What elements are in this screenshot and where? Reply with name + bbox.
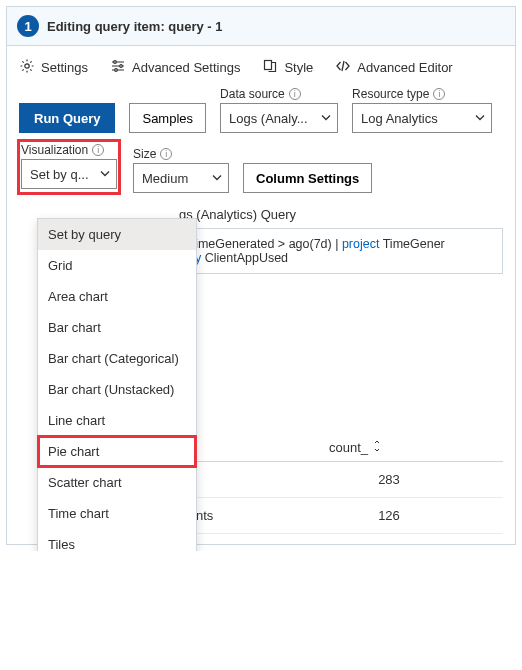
sort-icon xyxy=(372,440,382,455)
visualization-option[interactable]: Pie chart xyxy=(38,436,196,467)
svg-point-3 xyxy=(115,69,118,72)
size-label: Size i xyxy=(133,147,229,161)
svg-point-1 xyxy=(114,61,117,64)
column-header-1[interactable] xyxy=(179,440,329,455)
data-source-select[interactable]: Logs (Analy... xyxy=(220,103,338,133)
step-badge: 1 xyxy=(17,15,39,37)
panel-title: Editing query item: query - 1 xyxy=(47,19,223,34)
table-row: 283 xyxy=(179,462,503,498)
code-icon xyxy=(335,58,351,77)
tab-label: Advanced Editor xyxy=(357,60,452,75)
visualization-option[interactable]: Scatter chart xyxy=(38,467,196,498)
editor-tabs: Settings Advanced Settings Style Advance… xyxy=(19,56,503,87)
resource-type-label: Resource type i xyxy=(352,87,492,101)
visualization-option[interactable]: Area chart xyxy=(38,281,196,312)
visualization-option[interactable]: Bar chart xyxy=(38,312,196,343)
tab-style[interactable]: Style xyxy=(262,58,313,77)
tab-settings[interactable]: Settings xyxy=(19,58,88,77)
svg-point-0 xyxy=(25,64,29,68)
visualization-option[interactable]: Tiles xyxy=(38,529,196,551)
run-query-button[interactable]: Run Query xyxy=(19,103,115,133)
visualization-option[interactable]: Grid xyxy=(38,250,196,281)
results-table: count_ 283lients126 xyxy=(179,434,503,534)
visualization-option[interactable]: Time chart xyxy=(38,498,196,529)
visualization-dropdown: Set by queryGridArea chartBar chartBar c… xyxy=(37,218,197,551)
sliders-icon xyxy=(110,58,126,77)
visualization-option[interactable]: Set by query xyxy=(38,219,196,250)
chevron-down-icon xyxy=(212,171,222,186)
table-row: lients126 xyxy=(179,498,503,534)
style-icon xyxy=(262,58,278,77)
size-select[interactable]: Medium xyxy=(133,163,229,193)
panel-header: 1 Editing query item: query - 1 xyxy=(7,7,515,46)
cell-count: 283 xyxy=(329,472,449,487)
info-icon: i xyxy=(92,144,104,156)
tab-label: Style xyxy=(284,60,313,75)
cell-count: 126 xyxy=(329,508,449,523)
data-source-label: Data source i xyxy=(220,87,338,101)
column-header-count[interactable]: count_ xyxy=(329,440,449,455)
chevron-down-icon xyxy=(475,111,485,126)
info-icon: i xyxy=(433,88,445,100)
column-settings-button[interactable]: Column Settings xyxy=(243,163,372,193)
tab-advanced-settings[interactable]: Advanced Settings xyxy=(110,58,240,77)
tab-label: Settings xyxy=(41,60,88,75)
gear-icon xyxy=(19,58,35,77)
visualization-option[interactable]: Line chart xyxy=(38,405,196,436)
visualization-option[interactable]: Bar chart (Categorical) xyxy=(38,343,196,374)
svg-rect-4 xyxy=(265,61,272,70)
chevron-down-icon xyxy=(321,111,331,126)
resource-type-select[interactable]: Log Analytics xyxy=(352,103,492,133)
visualization-option[interactable]: Bar chart (Unstacked) xyxy=(38,374,196,405)
info-icon: i xyxy=(289,88,301,100)
chevron-down-icon xyxy=(100,167,110,182)
cell-label xyxy=(179,472,329,487)
visualization-label: Visualization i xyxy=(21,143,117,157)
samples-button[interactable]: Samples xyxy=(129,103,206,133)
info-icon: i xyxy=(160,148,172,160)
cell-label: lients xyxy=(179,508,329,523)
tab-advanced-editor[interactable]: Advanced Editor xyxy=(335,58,452,77)
query-editor[interactable]: TimeGenerated > ago(7d) | project TimeGe… xyxy=(177,228,503,274)
svg-point-2 xyxy=(120,65,123,68)
tab-label: Advanced Settings xyxy=(132,60,240,75)
visualization-select[interactable]: Set by q... xyxy=(21,159,117,189)
